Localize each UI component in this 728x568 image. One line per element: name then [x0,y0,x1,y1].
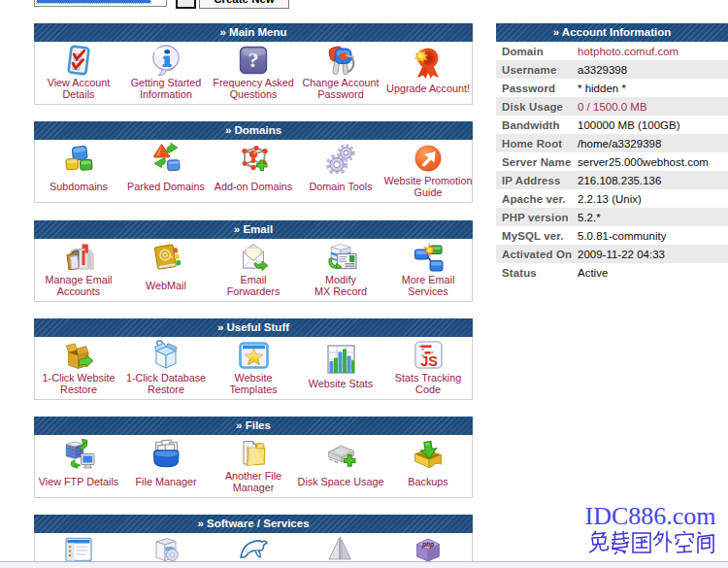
svg-text:?: ? [248,47,259,71]
svg-text:JS: JS [420,353,438,369]
svg-text:php: php [421,541,434,549]
